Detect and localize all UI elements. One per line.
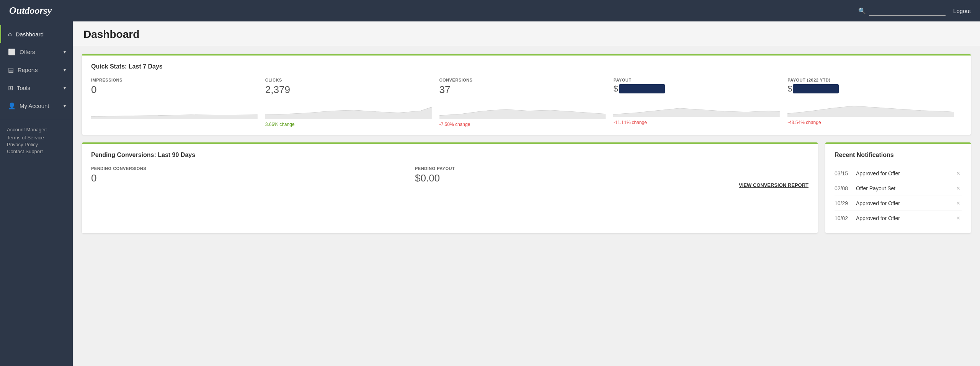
sidebar-label-offers: Offers [20,49,35,55]
offers-icon: ⬜ [8,48,16,56]
sidebar-item-reports[interactable]: ▤ Reports ▾ [0,61,73,79]
notification-date: 02/08 [835,185,850,191]
sidebar-label-my-account: My Account [20,103,49,109]
payout-redacted-bar [619,84,665,93]
notification-close-button[interactable]: × [955,185,962,192]
account-icon: 👤 [8,102,16,109]
terms-of-service-link[interactable]: Terms of Service [7,135,66,141]
chevron-down-icon: ▾ [64,103,66,109]
pending-conversions-card: Pending Conversions: Last 90 Days PENDIN… [82,142,818,233]
pending-payout-stat: PENDING PAYOUT $0.00 [415,166,724,188]
notification-close-button[interactable]: × [955,215,962,222]
impressions-value: 0 [91,84,258,96]
payout-ytd-redacted-bar [793,84,839,93]
notification-date: 10/29 [835,200,850,206]
conversions-label: CONVERSIONS [439,78,606,82]
conversions-chart [439,100,606,119]
pending-conversions-stat: PENDING CONVERSIONS 0 [91,166,400,188]
app-logo: Outdoorsy [9,5,52,16]
impressions-label: IMPRESSIONS [91,78,258,82]
page-title: Dashboard [83,28,969,41]
svg-marker-1 [265,107,432,119]
sidebar-item-my-account[interactable]: 👤 My Account ▾ [0,97,73,115]
account-manager-label: Account Manager: [7,127,66,132]
svg-marker-0 [91,115,258,119]
bottom-row: Pending Conversions: Last 90 Days PENDIN… [82,142,971,241]
stat-conversions: CONVERSIONS 37 -7.50% change [439,78,614,127]
pending-stats-row: PENDING CONVERSIONS 0 PENDING PAYOUT $0.… [91,166,808,188]
sidebar-divider [0,119,73,119]
notification-item: 02/08 Offer Payout Set × [835,181,962,196]
clicks-value: 2,379 [265,84,432,96]
payout-change: -11.11% change [613,120,780,125]
pending-conversions-value: 0 [91,172,392,184]
search-input[interactable] [869,6,946,16]
sidebar-item-offers[interactable]: ⬜ Offers ▾ [0,43,73,61]
nav-right: 🔍 Logout [858,6,971,16]
sidebar-footer: Account Manager: Terms of Service Privac… [0,123,73,159]
payout-ytd-chart [787,98,954,117]
quick-stats-card: Quick Stats: Last 7 Days IMPRESSIONS 0 C… [82,54,971,135]
chevron-down-icon: ▾ [64,85,66,91]
view-conversion-report-link[interactable]: VIEW CONVERSION REPORT [739,182,808,188]
sidebar-label-dashboard: Dashboard [16,31,44,38]
reports-icon: ▤ [8,66,14,74]
payout-ytd-change: -43.54% change [787,120,954,125]
search-icon: 🔍 [858,7,866,15]
notification-text: Approved for Offer [856,170,955,176]
payout-value: $ [613,84,780,94]
pending-payout-label: PENDING PAYOUT [415,166,716,171]
main-layout: ⌂ Dashboard ⬜ Offers ▾ ▤ Reports ▾ ⊞ Too… [0,21,980,366]
content-area: Quick Stats: Last 7 Days IMPRESSIONS 0 C… [73,46,980,248]
sidebar-label-reports: Reports [18,67,38,73]
payout-ytd-dollar: $ [787,84,792,94]
clicks-label: CLICKS [265,78,432,82]
page-header: Dashboard [73,21,980,46]
stat-payout: PAYOUT $ -11.11% change [613,78,787,127]
pending-payout-value: $0.00 [415,172,716,184]
sidebar-label-tools: Tools [17,85,30,91]
stat-payout-ytd: PAYOUT (2022 YTD) $ -43.54% change [787,78,962,127]
notification-text: Approved for Offer [856,215,955,221]
search-area: 🔍 [858,6,946,16]
notification-text: Approved for Offer [856,200,955,206]
impressions-chart [91,100,258,119]
notifications-list: 03/15 Approved for Offer × 02/08 Offer P… [835,166,962,225]
chevron-down-icon: ▾ [64,67,66,73]
sidebar-item-tools[interactable]: ⊞ Tools ▾ [0,79,73,97]
stat-impressions: IMPRESSIONS 0 [91,78,265,127]
payout-ytd-label: PAYOUT (2022 YTD) [787,78,954,82]
pending-conversions-title: Pending Conversions: Last 90 Days [91,152,808,158]
tools-icon: ⊞ [8,84,13,92]
payout-dollar: $ [613,84,618,94]
quick-stats-title: Quick Stats: Last 7 Days [91,63,962,70]
privacy-policy-link[interactable]: Privacy Policy [7,142,66,147]
svg-marker-4 [787,106,954,117]
main-content: Dashboard Quick Stats: Last 7 Days IMPRE… [73,21,980,366]
notification-date: 03/15 [835,170,850,176]
notification-date: 10/02 [835,215,850,221]
contact-support-link[interactable]: Contact Support [7,149,66,154]
clicks-chart [265,100,432,119]
conversions-change: -7.50% change [439,122,606,127]
sidebar-item-dashboard[interactable]: ⌂ Dashboard [0,25,73,43]
notification-item: 10/29 Approved for Offer × [835,196,962,211]
notification-close-button[interactable]: × [955,170,962,177]
notification-item: 10/02 Approved for Offer × [835,211,962,225]
notification-close-button[interactable]: × [955,200,962,207]
payout-chart [613,98,780,117]
notifications-title: Recent Notifications [835,152,962,158]
notifications-card: Recent Notifications 03/15 Approved for … [825,142,971,233]
conversions-value: 37 [439,84,606,96]
payout-label: PAYOUT [613,78,780,82]
clicks-change: 3.66% change [265,122,432,127]
notification-item: 03/15 Approved for Offer × [835,166,962,181]
stat-clicks: CLICKS 2,379 3.66% change [265,78,439,127]
sidebar: ⌂ Dashboard ⬜ Offers ▾ ▤ Reports ▾ ⊞ Too… [0,21,73,366]
chevron-down-icon: ▾ [64,49,66,55]
top-navigation: Outdoorsy 🔍 Logout [0,0,980,21]
notification-text: Offer Payout Set [856,185,955,191]
home-icon: ⌂ [8,31,12,38]
logout-button[interactable]: Logout [953,8,971,14]
svg-marker-2 [439,109,606,119]
